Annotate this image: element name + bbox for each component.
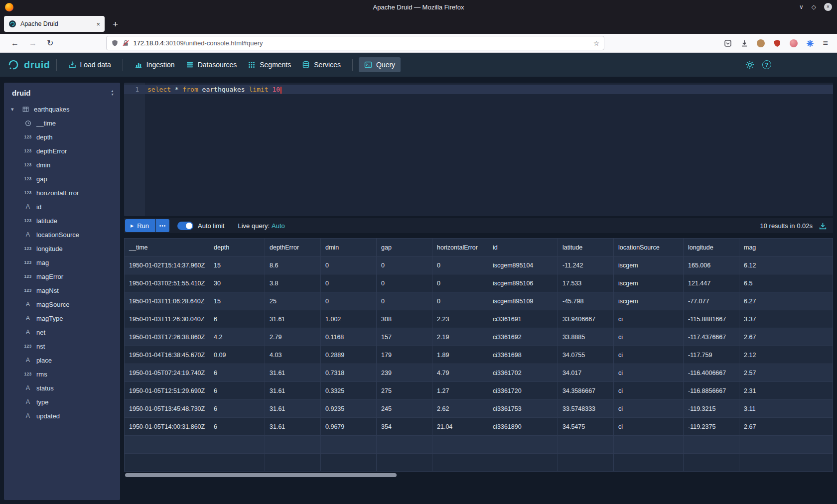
table-cell[interactable]: 1950-01-04T16:38:45.670Z — [125, 346, 209, 364]
new-tab-button[interactable]: + — [109, 18, 122, 30]
sidebar-column-dmin[interactable]: 123dmin — [4, 158, 120, 172]
table-cell[interactable]: 6 — [209, 310, 265, 328]
table-cell[interactable]: 34.017 — [558, 364, 614, 382]
table-cell[interactable]: 0 — [377, 292, 432, 310]
bookmark-star-icon[interactable]: ☆ — [593, 39, 600, 47]
run-more-button[interactable]: ••• — [156, 219, 169, 232]
table-cell[interactable]: 3.11 — [739, 400, 833, 418]
table-cell[interactable]: 30 — [209, 274, 265, 292]
table-cell[interactable]: 2.79 — [265, 328, 321, 346]
extension-icon-1[interactable] — [757, 39, 765, 47]
table-cell[interactable]: 2.57 — [739, 364, 833, 382]
downloads-icon[interactable] — [740, 39, 748, 47]
sidebar-column-magNst[interactable]: 123magNst — [4, 283, 120, 297]
query-editor[interactable]: 1 select * from earthquakes limit 10 — [124, 83, 833, 216]
run-button[interactable]: ▶ Run — [125, 219, 155, 232]
scrollbar-thumb[interactable] — [125, 473, 397, 477]
table-cell[interactable]: 0.3325 — [321, 382, 377, 400]
table-cell[interactable]: 1950-01-03T17:26:38.860Z — [125, 328, 209, 346]
sidebar-column-updated[interactable]: Aupdated — [4, 409, 120, 423]
table-cell[interactable]: 0 — [321, 256, 377, 274]
sidebar-column-horizontalError[interactable]: 123horizontalError — [4, 186, 120, 200]
table-cell[interactable]: ci — [614, 328, 684, 346]
table-cell[interactable]: 0.7318 — [321, 364, 377, 382]
table-cell[interactable]: -11.242 — [558, 256, 614, 274]
table-cell[interactable]: 8.6 — [265, 256, 321, 274]
table-cell[interactable]: 354 — [377, 418, 432, 436]
table-cell[interactable]: 25 — [265, 292, 321, 310]
table-cell[interactable]: 6.12 — [739, 256, 833, 274]
sidebar-column-magType[interactable]: AmagType — [4, 311, 120, 325]
table-cell[interactable]: 21.04 — [432, 418, 488, 436]
table-cell[interactable]: 34.3586667 — [558, 382, 614, 400]
table-cell[interactable]: 4.79 — [432, 364, 488, 382]
nav-datasources[interactable]: Datasources — [180, 57, 243, 72]
table-cell[interactable]: 1950-01-02T15:14:37.960Z — [125, 256, 209, 274]
table-cell[interactable]: 0.2889 — [321, 346, 377, 364]
table-cell[interactable]: 179 — [377, 346, 432, 364]
ublock-shield-icon[interactable] — [773, 39, 781, 47]
column-header[interactable]: __time — [125, 239, 209, 256]
sidebar-column-place[interactable]: Aplace — [4, 353, 120, 367]
chevron-down-icon[interactable]: ▾ — [11, 106, 17, 113]
sidebar-column-gap[interactable]: 123gap — [4, 172, 120, 186]
table-cell[interactable]: 2.31 — [739, 382, 833, 400]
url-bar[interactable]: 172.18.0.4:30109/unified-console.html#qu… — [106, 36, 604, 50]
tracking-shield-icon[interactable] — [111, 39, 119, 47]
sidebar-column-__time[interactable]: __time — [4, 116, 120, 130]
table-cell[interactable]: -116.8856667 — [684, 382, 739, 400]
pocket-icon[interactable] — [724, 39, 732, 47]
table-cell[interactable]: 0.9235 — [321, 400, 377, 418]
table-cell[interactable]: ci3361753 — [488, 400, 558, 418]
sidebar-column-rms[interactable]: 123rms — [4, 367, 120, 381]
hamburger-menu-icon[interactable]: ≡ — [823, 38, 828, 48]
table-cell[interactable]: ci3361890 — [488, 418, 558, 436]
table-cell[interactable]: 0 — [432, 256, 488, 274]
table-cell[interactable]: ci3361692 — [488, 328, 558, 346]
window-maximize-icon[interactable]: ◇ — [812, 4, 816, 10]
sidebar-column-type[interactable]: Atype — [4, 395, 120, 409]
column-header[interactable]: latitude — [558, 239, 614, 256]
nav-ingestion[interactable]: Ingestion — [129, 57, 180, 72]
column-header[interactable]: dmin — [321, 239, 377, 256]
table-cell[interactable]: 0 — [377, 256, 432, 274]
table-cell[interactable]: -117.759 — [684, 346, 739, 364]
table-cell[interactable]: iscgem895109 — [488, 292, 558, 310]
table-cell[interactable]: -119.2375 — [684, 418, 739, 436]
table-cell[interactable]: 4.03 — [265, 346, 321, 364]
sidebar-column-net[interactable]: Anet — [4, 325, 120, 339]
table-cell[interactable]: 2.23 — [432, 310, 488, 328]
table-cell[interactable]: iscgem — [614, 274, 684, 292]
reload-button[interactable]: ↻ — [42, 38, 58, 48]
horizontal-scrollbar[interactable] — [124, 472, 833, 479]
download-results-icon[interactable] — [819, 222, 827, 230]
table-cell[interactable]: 6.5 — [739, 274, 833, 292]
table-cell[interactable]: 6 — [209, 364, 265, 382]
druid-logo[interactable]: druid — [7, 58, 50, 71]
table-cell[interactable]: 0.09 — [209, 346, 265, 364]
sidebar-column-magError[interactable]: 123magError — [4, 269, 120, 283]
table-cell[interactable]: 4.2 — [209, 328, 265, 346]
table-cell[interactable]: iscgem895104 — [488, 256, 558, 274]
table-cell[interactable]: -117.4376667 — [684, 328, 739, 346]
sidebar-table-item[interactable]: ▾earthquakes — [4, 102, 120, 116]
table-cell[interactable]: 33.9406667 — [558, 310, 614, 328]
table-cell[interactable]: ci — [614, 364, 684, 382]
table-cell[interactable]: 239 — [377, 364, 432, 382]
table-cell[interactable]: 0.9679 — [321, 418, 377, 436]
browser-tab[interactable]: Apache Druid × — [4, 16, 105, 32]
window-minimize-icon[interactable]: ∨ — [799, 4, 804, 10]
table-cell[interactable]: 2.67 — [739, 418, 833, 436]
table-cell[interactable]: 3.37 — [739, 310, 833, 328]
table-cell[interactable]: 34.0755 — [558, 346, 614, 364]
insecure-lock-icon[interactable] — [122, 39, 130, 47]
sidebar-column-id[interactable]: Aid — [4, 200, 120, 214]
column-header[interactable]: depthError — [265, 239, 321, 256]
table-cell[interactable]: 1.27 — [432, 382, 488, 400]
table-cell[interactable]: 31.61 — [265, 382, 321, 400]
settings-gear-icon[interactable] — [745, 60, 754, 69]
sidebar-column-magSource[interactable]: AmagSource — [4, 297, 120, 311]
live-query-value[interactable]: Auto — [272, 222, 285, 230]
table-cell[interactable]: 0 — [321, 292, 377, 310]
auto-limit-toggle[interactable] — [177, 222, 193, 230]
